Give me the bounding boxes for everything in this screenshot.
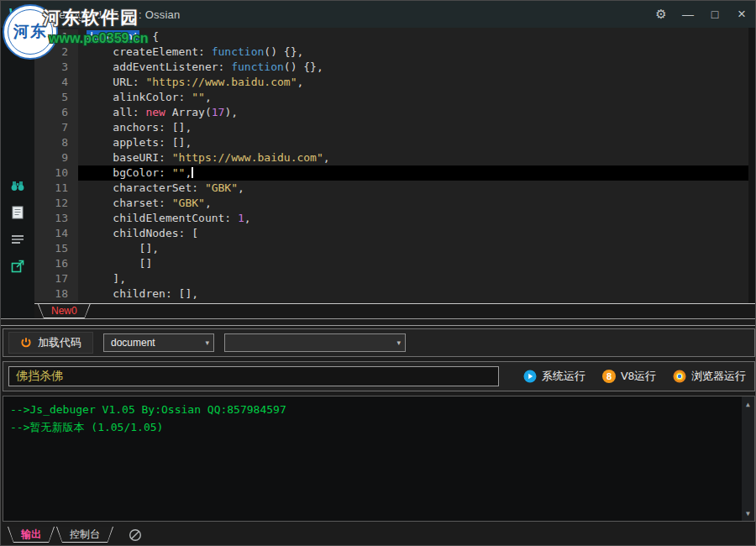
system-run-button[interactable]: 系统运行 — [523, 369, 585, 384]
code-text: baseURI: "https://www.baidu.com", — [78, 150, 756, 165]
left-sidebar — [1, 28, 34, 318]
expression-input[interactable] — [8, 366, 499, 386]
tab-output-label: 输出 — [8, 527, 54, 542]
code-line[interactable]: 15 [], — [34, 241, 756, 256]
code-text: ], — [78, 271, 756, 286]
chevron-down-icon: ▾ — [396, 339, 401, 347]
settings-gear-icon[interactable]: ⚙ — [648, 1, 675, 28]
object-select[interactable]: document ▾ — [103, 333, 214, 352]
chevron-down-icon: ▾ — [205, 339, 209, 347]
code-line[interactable]: 7 anchors: [], — [34, 120, 756, 135]
code-text: document: { — [78, 29, 756, 45]
method-select[interactable]: ▾ — [224, 333, 406, 352]
output-panel: -->Js_debuger V1.05 By:Ossian QQ:8579845… — [3, 396, 755, 522]
scroll-up-icon[interactable]: ▲ — [743, 399, 753, 409]
code-text: childElementCount: 1, — [78, 211, 756, 226]
code-text: children: [], — [78, 286, 756, 302]
tab-console-label: 控制台 — [57, 527, 113, 542]
line-number: 8 — [34, 135, 78, 150]
browser-run-label: 浏览器运行 — [691, 369, 746, 384]
browser-run-button[interactable]: 浏览器运行 — [673, 369, 746, 384]
browser-icon — [673, 370, 686, 383]
bottom-tab-bar: 输出 控制台 — [1, 523, 756, 546]
code-line[interactable]: 11 characterSet: "GBK", — [34, 181, 756, 196]
window-controls: ⚙ — □ × — [648, 1, 756, 28]
line-number: 9 — [34, 150, 78, 165]
output-lines: -->Js_debuger V1.05 By:Ossian QQ:8579845… — [10, 401, 738, 436]
line-number: 7 — [34, 120, 78, 135]
line-number: 14 — [34, 226, 78, 241]
log-lines-icon[interactable] — [9, 231, 26, 248]
line-number: 13 — [34, 211, 78, 226]
code-line[interactable]: 13 childElementCount: 1, — [34, 211, 756, 226]
line-number: 16 — [34, 256, 78, 271]
power-icon — [20, 337, 32, 349]
code-line[interactable]: 16 [] — [34, 256, 756, 271]
code-line[interactable]: 12 charset: "GBK", — [34, 196, 756, 211]
code-text: URL: "https://www.baidu.com", — [78, 75, 756, 90]
code-line[interactable]: 3 addEventListener: function() {}, — [34, 60, 756, 75]
line-number: 17 — [34, 271, 78, 286]
horizontal-splitter[interactable] — [1, 318, 756, 326]
system-run-label: 系统运行 — [542, 369, 585, 384]
toolbar-panel: 加载代码 document ▾ ▾ — [3, 328, 755, 357]
line-number: 10 — [34, 165, 78, 181]
code-line[interactable]: 5 alinkColor: "", — [34, 90, 756, 105]
line-number: 3 — [34, 60, 78, 75]
line-number: 15 — [34, 241, 78, 256]
code-line[interactable]: 2 createElement: function() {}, — [34, 45, 756, 60]
code-line[interactable]: 18 children: [], — [34, 286, 756, 302]
code-text: charset: "GBK", — [78, 196, 756, 211]
search-binoculars-icon[interactable] — [9, 177, 26, 194]
code-text: anchors: [], — [78, 120, 756, 135]
v8-run-label: V8运行 — [621, 369, 656, 384]
script-book-icon[interactable] — [9, 204, 26, 221]
code-line[interactable]: 4 URL: "https://www.baidu.com", — [34, 75, 756, 90]
line-number: 6 — [34, 105, 78, 120]
code-text: characterSet: "GBK", — [78, 181, 756, 196]
code-line[interactable]: 14 childNodes: [ — [34, 226, 756, 241]
tab-output[interactable]: 输出 — [8, 527, 55, 543]
editor-tab-strip: New0 — [34, 303, 756, 318]
code-text: createElement: function() {}, — [78, 45, 756, 60]
watermark-site-url: www.pc0359.cn — [49, 31, 149, 46]
v8-icon: 8 — [602, 370, 616, 383]
code-text: [] — [78, 256, 756, 271]
tab-new0[interactable]: New0 — [38, 304, 91, 318]
code-line[interactable]: 6 all: new Array(17), — [34, 105, 756, 120]
line-number: 5 — [34, 90, 78, 105]
clear-output-ban-icon[interactable] — [129, 528, 142, 542]
code-editor[interactable]: 1document: {2 createElement: function() … — [34, 28, 756, 303]
code-lines: 1document: {2 createElement: function() … — [34, 29, 756, 302]
tab-console[interactable]: 控制台 — [56, 527, 113, 543]
code-text: applets: [], — [78, 135, 756, 150]
tab-new0-label: New0 — [39, 304, 90, 318]
code-line[interactable]: 17 ], — [34, 271, 756, 286]
maximize-button[interactable]: □ — [701, 1, 728, 28]
code-line[interactable]: 8 applets: [], — [34, 135, 756, 150]
v8-run-button[interactable]: 8 V8运行 — [602, 369, 656, 384]
code-text: bgColor: "", — [78, 165, 756, 181]
code-line[interactable]: 10 bgColor: "", — [34, 165, 756, 181]
open-external-icon[interactable] — [9, 258, 26, 275]
line-number: 18 — [34, 286, 78, 302]
close-button[interactable]: × — [728, 1, 755, 28]
code-text: childNodes: [ — [78, 226, 756, 241]
load-code-label: 加载代码 — [38, 335, 81, 350]
editor-scrollbar[interactable] — [748, 28, 756, 303]
output-scrollbar[interactable]: ▲ ▼ — [742, 396, 754, 521]
code-text: all: new Array(17), — [78, 105, 756, 120]
text-cursor — [192, 167, 193, 178]
run-buttons: 系统运行 8 V8运行 浏览器运行 — [523, 369, 746, 384]
run-panel: 系统运行 8 V8运行 浏览器运行 — [3, 361, 755, 391]
object-select-value: document — [111, 337, 155, 349]
code-text: addEventListener: function() {}, — [78, 60, 756, 75]
minimize-button[interactable]: — — [675, 1, 701, 28]
output-line: -->Js_debuger V1.05 By:Ossian QQ:8579845… — [10, 401, 738, 418]
code-line[interactable]: 9 baseURI: "https://www.baidu.com", — [34, 150, 756, 165]
code-text: [], — [78, 241, 756, 256]
output-line: -->暂无新版本 (1.05/1.05) — [10, 418, 738, 436]
load-code-button[interactable]: 加载代码 — [8, 332, 93, 354]
code-text: alinkColor: "", — [78, 90, 756, 105]
scroll-down-icon[interactable]: ▼ — [743, 508, 753, 518]
